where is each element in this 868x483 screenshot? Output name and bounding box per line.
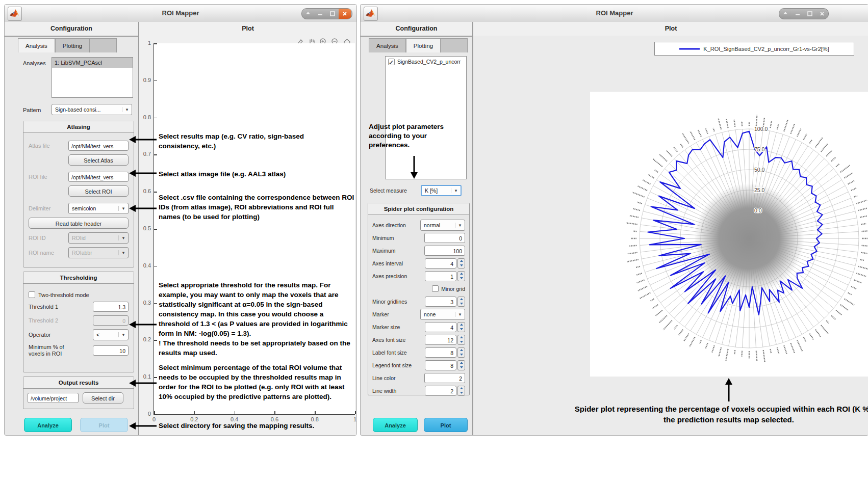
spider-plot-area[interactable]: 0.025.050.075.0100.0 xyxy=(590,92,868,377)
map-checkbox[interactable] xyxy=(388,59,395,65)
minimum-label: Minimum xyxy=(372,235,424,241)
minor-grid-checkbox[interactable] xyxy=(432,285,439,292)
configuration-header: Configuration xyxy=(361,22,472,37)
spinner-arrows-icon[interactable] xyxy=(457,258,465,269)
thresholding-group: Thresholding Two-threshold mode Threshol… xyxy=(23,272,134,372)
axes-interval-spinner[interactable]: 4 xyxy=(425,258,465,269)
y-tick-label: 1 xyxy=(134,40,151,46)
chevron-down-icon: ▾ xyxy=(118,250,128,255)
maximize-icon[interactable] xyxy=(804,9,816,19)
thresholding-header: Thresholding xyxy=(23,272,134,284)
chevron-down-icon: ▾ xyxy=(122,107,132,112)
read-table-header-button[interactable]: Read table header xyxy=(29,218,129,229)
configuration-header: Configuration xyxy=(5,22,138,37)
y-tick-mark xyxy=(154,377,157,378)
plot-panel: 10.90.80.70.60.50.40.30.20.1000.20.40.60… xyxy=(139,36,356,435)
maps-list-item[interactable]: SignBased_CV2_p_uncorr xyxy=(386,57,466,67)
tab-plotting[interactable]: Plotting xyxy=(406,38,441,52)
roi-id-dropdown[interactable]: ROIid▾ xyxy=(68,232,129,244)
y-tick-mark xyxy=(154,192,157,193)
x-tick-mark xyxy=(194,411,195,414)
tab-analysis[interactable]: Analysis xyxy=(369,38,406,52)
roi-name-dropdown[interactable]: ROIabbr▾ xyxy=(68,247,129,258)
tab-filler xyxy=(90,38,117,52)
float-window-icon[interactable] xyxy=(302,9,314,19)
plot-annotation: Select directory for saving the mapping … xyxy=(159,421,354,431)
axes-direction-dropdown[interactable]: normal▾ xyxy=(420,220,465,231)
minimize-icon[interactable] xyxy=(314,9,326,19)
spinner-arrows-icon[interactable] xyxy=(457,360,465,370)
float-window-icon[interactable] xyxy=(779,9,792,19)
plot-button[interactable]: Plot xyxy=(80,418,128,432)
output-dir-input[interactable]: /volume/project xyxy=(28,393,79,403)
x-tick-mark xyxy=(235,411,236,414)
tab-filler xyxy=(441,38,468,52)
spider-caption: Spider plot representing the percentage … xyxy=(573,404,868,425)
svg-text:75.0: 75.0 xyxy=(754,146,765,152)
select-roi-button[interactable]: Select ROI xyxy=(68,185,129,197)
chevron-down-icon: ▾ xyxy=(118,235,128,240)
analyze-button[interactable]: Analyze xyxy=(373,418,418,432)
label-font-size-spinner[interactable]: 8 xyxy=(425,347,465,358)
titlebar[interactable]: ROI Mapper xyxy=(5,5,356,22)
spinner-arrows-icon[interactable] xyxy=(457,347,465,358)
spinner-arrows-icon[interactable] xyxy=(457,386,465,396)
y-tick-mark xyxy=(154,81,157,82)
axes-direction-label: Axes direction xyxy=(372,222,420,228)
analyses-listbox[interactable]: 1: LibSVM_PCAscl xyxy=(52,57,133,98)
spinner-arrows-icon[interactable] xyxy=(457,322,465,332)
left-arrow xyxy=(128,169,158,178)
svg-text:100.0: 100.0 xyxy=(754,126,768,132)
y-tick-mark xyxy=(154,340,157,341)
axes-font-size-spinner[interactable]: 12 xyxy=(425,335,465,345)
axes-precision-spinner[interactable]: 1 xyxy=(425,271,465,281)
operator-dropdown[interactable]: <▾ xyxy=(93,329,129,340)
close-icon[interactable] xyxy=(816,9,828,19)
minimum-input[interactable]: 0 xyxy=(424,233,465,243)
marker-size-spinner[interactable]: 4 xyxy=(425,322,465,332)
two-threshold-checkbox[interactable] xyxy=(29,291,35,298)
pattern-dropdown[interactable]: Sign-based consi... ▾ xyxy=(52,104,132,115)
spinner-arrows-icon[interactable] xyxy=(457,335,465,345)
chevron-down-icon: ▾ xyxy=(451,188,461,193)
maximum-input[interactable]: 100 xyxy=(424,246,465,256)
delimiter-dropdown[interactable]: semicolon▾ xyxy=(68,203,129,214)
threshold1-input[interactable]: 1.3 xyxy=(93,302,129,312)
minimize-icon[interactable] xyxy=(792,9,804,19)
titlebar[interactable]: ROI Mapper xyxy=(361,5,868,22)
maps-listbox[interactable]: SignBased_CV2_p_uncorr xyxy=(385,56,467,179)
min-voxels-input[interactable]: 10 xyxy=(93,345,129,356)
plot-button[interactable]: Plot xyxy=(424,418,468,432)
tab-plotting[interactable]: Plotting xyxy=(55,38,90,52)
empty-axes[interactable]: 10.90.80.70.60.50.40.30.20.1000.20.40.60… xyxy=(154,43,355,415)
tab-analysis[interactable]: Analysis xyxy=(18,38,55,52)
line-color-label: Line color xyxy=(372,375,424,381)
roi-name-label: ROI name xyxy=(29,250,68,256)
delimiter-label: Delimiter xyxy=(29,205,68,211)
left-arrow xyxy=(128,379,158,388)
analyze-button[interactable]: Analyze xyxy=(24,418,72,432)
select-dir-button[interactable]: Select dir xyxy=(83,392,123,404)
atlas-file-input[interactable]: /opt/NM/test_vers xyxy=(68,141,129,151)
minor-gridlines-spinner[interactable]: 3 xyxy=(425,297,465,307)
select-atlas-button[interactable]: Select Atlas xyxy=(68,154,129,166)
plot-header: Plot xyxy=(473,22,868,37)
roi-file-input[interactable]: /opt/NM/test_vers xyxy=(68,172,129,182)
close-icon[interactable] xyxy=(339,9,351,19)
spinner-arrows-icon[interactable] xyxy=(457,297,465,307)
spinner-arrows-icon[interactable] xyxy=(457,271,465,281)
line-width-spinner[interactable]: 2 xyxy=(425,386,465,396)
select-measure-label: Select measure xyxy=(370,187,407,194)
spider-config-group: Spider plot configuration Axes direction… xyxy=(368,203,470,395)
two-threshold-label: Two-threshold mode xyxy=(38,292,129,298)
analyses-list-item[interactable]: 1: LibSVM_PCAscl xyxy=(52,58,133,68)
svg-text:0.0: 0.0 xyxy=(754,207,762,213)
svg-text:50.0: 50.0 xyxy=(754,167,765,173)
maximize-icon[interactable] xyxy=(326,9,339,19)
select-measure-dropdown[interactable]: K [%] ▾ xyxy=(421,185,462,196)
legend-font-size-spinner[interactable]: 8 xyxy=(425,360,465,370)
line-color-input[interactable]: 2 xyxy=(424,373,465,383)
atlasing-group: Atlasing Atlas file /opt/NM/test_vers Se… xyxy=(23,121,134,267)
marker-dropdown[interactable]: none▾ xyxy=(420,309,465,320)
threshold2-input[interactable]: 0 xyxy=(93,315,129,326)
